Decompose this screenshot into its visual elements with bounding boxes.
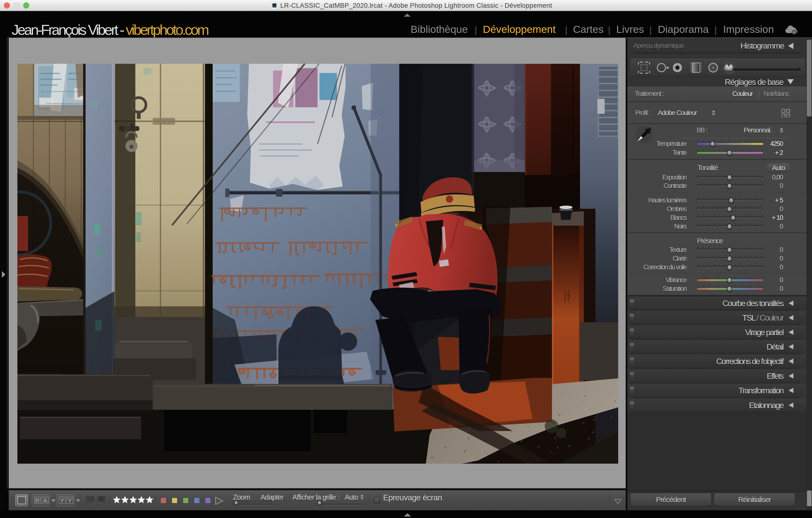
svg-text:Lrc: Lrc [272, 5, 276, 7]
